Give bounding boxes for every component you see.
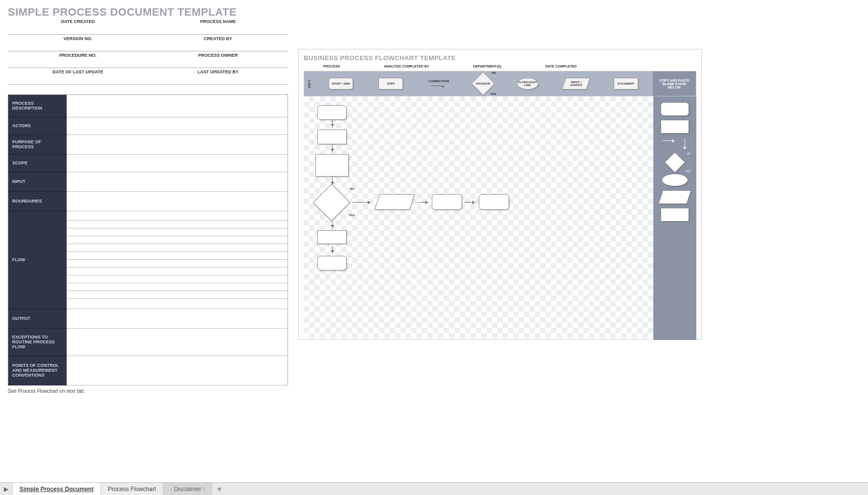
label-date-last-update: DATE OF LAST UPDATE	[8, 68, 148, 84]
legend-document: DOCUMENT	[614, 78, 638, 90]
canvas-arrow-h2	[417, 202, 429, 202]
arrow-icon	[431, 84, 446, 88]
document-icon: DOCUMENT	[614, 78, 638, 90]
step-icon: STEP	[378, 78, 403, 90]
canvas-terminator-2[interactable]	[432, 194, 462, 210]
label-date-created: DATE CREATED	[8, 18, 148, 34]
field-purpose[interactable]	[67, 135, 288, 154]
meta-table: DATE CREATED PROCESS NAME VERSION NO. CR…	[8, 18, 288, 85]
parallelogram-icon: INPUT / OUTPUT	[562, 78, 590, 90]
label-process-owner: PROCESS OWNER	[148, 51, 289, 68]
tab-simple-process-document[interactable]: Simple Process Document	[13, 483, 101, 495]
decision-no-label: NO	[492, 71, 496, 75]
canvas-decision-no: NO	[350, 187, 355, 190]
field-process-description[interactable]	[67, 94, 288, 117]
label-version-no: VERSION NO.	[8, 34, 148, 51]
palette-decision-wrap: NO YES	[660, 155, 690, 170]
decision-yes-label: YES	[490, 92, 496, 96]
icon-palette: NO YES	[653, 96, 696, 340]
legend-connectors: CONNECTORS	[428, 80, 449, 88]
palette-decision-yes: YES	[686, 170, 690, 173]
terminator-icon: START / END	[329, 78, 353, 90]
copy-paste-header: COPY AND PASTE BLANK ICONS BELOW	[653, 71, 696, 96]
legend-decision: NO DECISION YES	[475, 75, 491, 92]
legend-flowchart-link: FLOWCHART LINK	[517, 78, 538, 90]
flowchart-title: BUSINESS PROCESS FLOWCHART TEMPLATE	[304, 54, 696, 62]
canvas-area: NO YES NO YES	[304, 96, 696, 340]
legend-terminator: START / END	[329, 78, 353, 90]
palette-parallelogram[interactable]	[658, 190, 691, 204]
palette-decision-no: NO	[687, 152, 691, 155]
canvas-terminator-3[interactable]	[479, 194, 509, 210]
palette-terminator[interactable]	[661, 102, 689, 116]
process-document-form: DATE CREATED PROCESS NAME VERSION NO. CR…	[8, 18, 288, 394]
flow-meta-date: DATE COMPLETED	[545, 65, 577, 68]
palette-connectors[interactable]	[661, 137, 689, 151]
canvas-arrow-h1	[353, 202, 371, 202]
label-points: POINTS OF CONTROL AND MEASUREMENT CONVEN…	[8, 356, 67, 385]
flow-meta-dept: DEPARTMENT(S)	[473, 65, 501, 68]
legend-step: STEP	[378, 78, 403, 90]
canvas-document-1[interactable]	[317, 230, 347, 244]
label-procedure-no: PROCEDURE NO.	[8, 51, 148, 68]
field-flow[interactable]	[67, 211, 288, 309]
body-table: PROCESS DESCRIPTION ACTORS PURPOSE OF PR…	[8, 94, 288, 385]
canvas-decision-1[interactable]	[313, 184, 350, 221]
canvas-decision-yes: YES	[349, 214, 355, 217]
palette-decision[interactable]	[665, 152, 685, 173]
canvas-terminator-1[interactable]	[317, 105, 347, 120]
tab-process-flowchart[interactable]: Process Flowchart	[101, 483, 163, 495]
label-purpose: PURPOSE OF PROCESS	[8, 135, 67, 154]
sheet-tabs: ▶ Simple Process Document Process Flowch…	[0, 482, 868, 495]
palette-link[interactable]	[662, 174, 688, 186]
footnote: See Process Flowchart on next tab.	[8, 385, 288, 394]
key-legend: KEY START / END STEP CONNECTORS NO DECIS…	[304, 71, 696, 96]
canvas-parallelogram-1[interactable]	[375, 194, 415, 210]
flow-meta-process: PROCESS	[323, 65, 340, 68]
field-scope[interactable]	[67, 154, 288, 172]
decision-icon: DECISION	[471, 72, 495, 95]
legend-input-output: INPUT / OUTPUT	[564, 78, 588, 90]
tab-disclaimer[interactable]: - Disclaimer -	[163, 483, 212, 495]
canvas-terminator-4[interactable]	[317, 256, 347, 270]
connectors-label: CONNECTORS	[428, 80, 449, 83]
label-output: OUTPUT	[8, 309, 67, 328]
label-boundaries: BOUNDARIES	[8, 191, 67, 211]
canvas-arrow-h3	[464, 202, 476, 202]
field-exceptions[interactable]	[67, 328, 288, 356]
canvas-step-2[interactable]	[315, 154, 349, 177]
field-actors[interactable]	[67, 117, 288, 135]
canvas-arrow-2	[332, 144, 333, 152]
palette-document[interactable]	[661, 208, 689, 222]
flow-meta-analysis: ANALYSIS COMPLETED BY	[384, 65, 429, 68]
label-process-name: PROCESS NAME	[148, 18, 289, 34]
canvas-arrow-4	[332, 221, 333, 228]
label-created-by: CREATED BY	[148, 34, 289, 51]
flowchart-meta: PROCESS ANALYSIS COMPLETED BY DEPARTMENT…	[304, 65, 696, 68]
field-output[interactable]	[67, 309, 288, 328]
label-process-description: PROCESS DESCRIPTION	[8, 94, 67, 117]
tab-arrow-icon[interactable]: ▶	[0, 483, 13, 495]
key-label: KEY	[297, 79, 321, 89]
label-scope: SCOPE	[8, 154, 67, 172]
label-input: INPUT	[8, 172, 67, 191]
label-exceptions: EXCEPTIONS TO ROUTINE PROCESS FLOW	[8, 328, 67, 356]
flowchart-link-icon: FLOWCHART LINK	[517, 78, 538, 90]
label-flow: FLOW	[8, 211, 67, 309]
canvas-arrow-5	[332, 246, 333, 254]
field-points[interactable]	[67, 356, 288, 385]
palette-step[interactable]	[661, 120, 689, 134]
flowchart-panel: BUSINESS PROCESS FLOWCHART TEMPLATE PROC…	[298, 49, 702, 340]
field-input[interactable]	[67, 172, 288, 191]
label-actors: ACTORS	[8, 117, 67, 135]
canvas-arrow-1	[332, 120, 333, 128]
label-last-updated-by: LAST UPDATED BY	[148, 68, 289, 84]
canvas-step-1[interactable]	[317, 130, 347, 144]
field-boundaries[interactable]	[67, 191, 288, 211]
flowchart-canvas[interactable]: NO YES	[304, 96, 653, 340]
tab-add-button[interactable]: +	[212, 483, 227, 495]
